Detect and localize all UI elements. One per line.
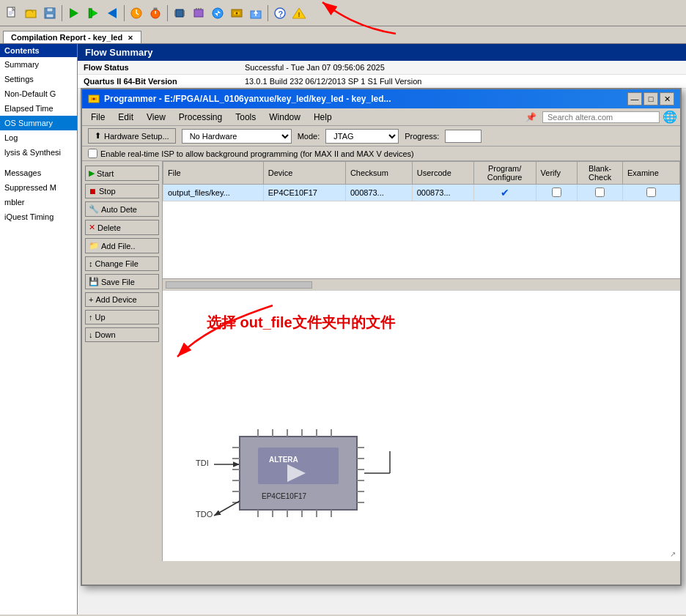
examine-checkbox[interactable] xyxy=(646,188,656,197)
col-program: Program/Configure xyxy=(473,162,536,185)
auto-detect-button[interactable]: 🔧 Auto Dete xyxy=(85,201,159,217)
chip2-icon[interactable] xyxy=(190,4,207,22)
sep1 xyxy=(62,5,62,21)
menu-tools[interactable]: Tools xyxy=(229,111,262,124)
cell-verify[interactable] xyxy=(536,185,578,201)
help-icon[interactable]: ? xyxy=(271,4,289,22)
close-button[interactable]: ✕ xyxy=(660,92,674,105)
cell-blankcheck[interactable] xyxy=(578,185,623,201)
sidebar-item-messages[interactable]: Messages xyxy=(0,166,77,180)
start-button[interactable]: ▶ Start xyxy=(85,166,159,181)
sidebar-item-ossummary[interactable]: OS Summary xyxy=(0,116,77,130)
hardware-setup-button[interactable]: ⬆ Hardware Setup... xyxy=(88,128,176,144)
menu-file[interactable]: File xyxy=(85,111,111,124)
down-button[interactable]: ↓ Down xyxy=(85,327,159,342)
svg-rect-15 xyxy=(176,10,183,17)
mode-dropdown[interactable]: JTAG xyxy=(325,129,399,144)
svg-rect-3 xyxy=(47,8,53,12)
save-icon[interactable] xyxy=(41,4,59,22)
timer-icon[interactable] xyxy=(147,4,164,22)
sidebar-item-mbler[interactable]: mbler xyxy=(0,195,77,209)
sidebar-item-settings[interactable]: Settings xyxy=(0,72,77,86)
tab-bar: Compilation Report - key_led ✕ xyxy=(0,26,686,44)
svg-text:!: ! xyxy=(298,11,300,18)
sidebar-item-log[interactable]: Log xyxy=(0,130,77,145)
open-icon[interactable] xyxy=(22,4,40,22)
hardware-dropdown[interactable]: No Hardware xyxy=(182,129,292,144)
dialog-controls: — □ ✕ xyxy=(627,92,674,105)
menu-view[interactable]: View xyxy=(141,111,172,124)
cell-checksum: 000873... xyxy=(345,185,412,201)
svg-rect-24 xyxy=(194,10,203,17)
cell-file: output_files/key... xyxy=(163,185,264,201)
upload-icon[interactable] xyxy=(247,4,265,22)
rewind-icon[interactable] xyxy=(103,4,121,22)
flow-status-key: Flow Status xyxy=(78,61,239,75)
sep4 xyxy=(268,5,268,21)
col-checksum: Checksum xyxy=(345,162,412,185)
save-file-button[interactable]: 💾 Save File xyxy=(85,274,159,289)
sidebar-item-suppressed[interactable]: Suppressed M xyxy=(0,180,77,195)
chip-icon[interactable] xyxy=(171,4,188,22)
svg-text:ALTERA: ALTERA xyxy=(269,456,298,464)
menu-window[interactable]: Window xyxy=(263,111,306,124)
quartus-version-key: Quartus II 64-Bit Version xyxy=(78,75,239,89)
menu-edit[interactable]: Edit xyxy=(112,111,139,124)
stop-button[interactable]: ⏹ Stop xyxy=(85,184,159,198)
change-file-button[interactable]: ↕ Change File xyxy=(85,256,159,271)
add-device-button[interactable]: + Add Device xyxy=(85,292,159,307)
table-row[interactable]: output_files/key... EP4CE10F17 000873...… xyxy=(163,185,680,201)
table-row: Flow Status Successful - Tue Jan 07 09:5… xyxy=(78,61,686,75)
new-icon[interactable] xyxy=(3,4,21,22)
menu-help[interactable]: Help xyxy=(308,111,338,124)
menu-processing[interactable]: Processing xyxy=(173,111,228,124)
up-button[interactable]: ↑ Up xyxy=(85,310,159,324)
col-usercode: Usercode xyxy=(412,162,473,185)
svg-marker-8 xyxy=(108,8,117,18)
svg-point-44 xyxy=(93,98,95,100)
search-input[interactable] xyxy=(542,111,660,123)
add-file-button[interactable]: 📁 Add File.. xyxy=(85,238,159,253)
col-device: Device xyxy=(263,162,345,185)
programmer-icon[interactable] xyxy=(228,4,246,22)
sidebar-item-elapsed[interactable]: Elapsed Time xyxy=(0,101,77,116)
dialog-titlebar: Programmer - E:/FPGA/ALL_0106yanxue/key_… xyxy=(82,89,680,108)
download-icon[interactable] xyxy=(209,4,226,22)
cell-examine[interactable] xyxy=(622,185,679,201)
enable-isp-checkbox[interactable] xyxy=(88,149,97,158)
sidebar-item-timing[interactable]: iQuest Timing xyxy=(0,209,77,224)
hw-setup-label: Hardware Setup... xyxy=(104,132,169,141)
horizontal-scrollbar[interactable] xyxy=(166,281,312,289)
auto-detect-icon: 🔧 xyxy=(89,204,99,214)
scrollbar-area xyxy=(163,278,680,290)
file-table: File Device Checksum Usercode Program/Co… xyxy=(163,161,680,201)
tab-close-icon[interactable]: ✕ xyxy=(128,34,133,42)
maximize-button[interactable]: □ xyxy=(643,92,658,105)
sidebar-item-nondefault[interactable]: Non-Default G xyxy=(0,86,77,101)
play-icon[interactable] xyxy=(84,4,102,22)
info-icon[interactable]: ! xyxy=(290,4,308,22)
flow-summary-header: Flow Summary xyxy=(78,44,686,61)
col-blankcheck: Blank-Check xyxy=(578,162,623,185)
down-icon: ↓ xyxy=(89,330,93,339)
annotation-text: 选择 out_file文件夹中的文件 xyxy=(207,313,395,333)
compilation-report-tab[interactable]: Compilation Report - key_led ✕ xyxy=(3,31,141,43)
programmer-dialog-icon xyxy=(88,93,100,105)
sidebar-item-analysis[interactable]: lysis & Synthesi xyxy=(0,145,77,160)
dialog-menubar: File Edit View Processing Tools Window H… xyxy=(82,108,680,126)
sidebar-item-summary[interactable]: Summary xyxy=(0,57,77,72)
up-icon: ↑ xyxy=(89,313,93,322)
verify-checkbox[interactable] xyxy=(552,188,561,197)
cell-program[interactable]: ✔ xyxy=(473,185,536,201)
minimize-button[interactable]: — xyxy=(627,92,642,105)
dialog-title-left: Programmer - E:/FPGA/ALL_0106yanxue/key_… xyxy=(88,93,391,105)
blankcheck-checkbox[interactable] xyxy=(595,188,605,197)
col-file: File xyxy=(163,162,264,185)
compile-icon[interactable] xyxy=(65,4,83,22)
resize-indicator: ↗ xyxy=(670,550,676,558)
cell-device: EP4CE10F17 xyxy=(263,185,345,201)
flow-status-value: Successful - Tue Jan 07 09:56:06 2025 xyxy=(239,61,686,75)
delete-button[interactable]: ✕ Delete xyxy=(85,220,159,235)
clock-icon[interactable] xyxy=(128,4,145,22)
tdo-label: TDO xyxy=(196,510,213,519)
